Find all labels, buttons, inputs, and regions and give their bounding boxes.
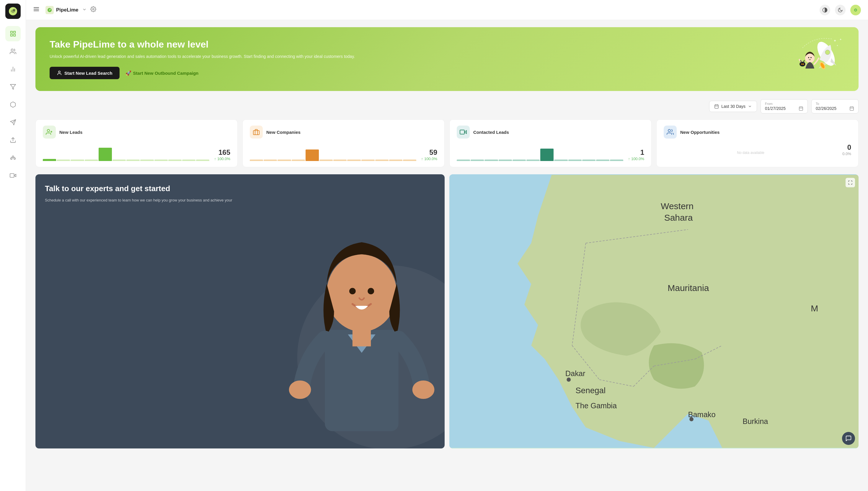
date-range-filter[interactable]: Last 30 Days	[709, 101, 757, 112]
svg-point-70	[412, 380, 435, 399]
from-date-value: 01/27/2025	[765, 106, 803, 111]
new-leads-card[interactable]: New Leads	[35, 119, 238, 167]
settings-gear-icon[interactable]	[90, 6, 96, 13]
new-leads-header: New Leads	[43, 125, 230, 139]
sidebar-item-upload[interactable]	[5, 132, 21, 148]
svg-text:✦: ✦	[836, 44, 838, 47]
contacted-leads-change: ↑ 100.0%	[628, 156, 644, 161]
svg-rect-61	[460, 130, 464, 134]
start-outbound-button[interactable]: 🚀 Start New Outbound Campaign	[125, 70, 199, 76]
new-companies-chart	[250, 143, 416, 161]
menu-icon[interactable]	[33, 6, 39, 14]
svg-point-17	[13, 158, 16, 160]
svg-text:Western: Western	[661, 201, 693, 211]
chat-button[interactable]	[842, 432, 855, 445]
new-leads-value: 165	[214, 148, 230, 156]
new-companies-chart-row: 59 ↑ 100.0%	[250, 143, 437, 161]
svg-point-38	[810, 57, 812, 58]
sidebar-item-dashboard[interactable]	[5, 26, 21, 41]
new-companies-card[interactable]: New Companies	[242, 119, 445, 167]
new-opportunities-icon	[664, 125, 677, 139]
dark-mode-icon[interactable]	[835, 5, 845, 16]
contacted-leads-label: Contacted Leads	[473, 130, 509, 135]
svg-point-7	[11, 49, 13, 51]
new-companies-header: New Companies	[250, 125, 437, 139]
to-date-input[interactable]: To 02/26/2025	[811, 99, 859, 113]
svg-text:✦: ✦	[833, 39, 836, 43]
contacted-leads-card[interactable]: Contacted Leads	[450, 119, 652, 167]
svg-point-67	[368, 288, 374, 294]
new-leads-numbers: 165 ↑ 100.0%	[214, 148, 230, 161]
theme-circle-icon[interactable]	[819, 5, 830, 16]
no-data-label: No data available	[737, 151, 764, 155]
svg-point-41	[803, 63, 804, 65]
brand-chevron[interactable]	[82, 7, 87, 13]
contacted-leads-chart	[457, 143, 623, 161]
user-avatar[interactable]	[850, 5, 861, 16]
sidebar-item-analytics[interactable]	[5, 61, 21, 77]
contacted-leads-header: Contacted Leads	[457, 125, 644, 139]
filters-row: Last 30 Days From 01/27/2025 To	[35, 99, 859, 113]
brand-icon	[45, 6, 54, 14]
calendar-filter-icon	[714, 104, 719, 109]
sidebar-item-team[interactable]	[5, 150, 21, 166]
svg-point-15	[12, 156, 14, 158]
brand[interactable]: PipeLime	[45, 6, 79, 14]
from-calendar-icon	[799, 106, 803, 111]
svg-point-40	[801, 63, 802, 65]
svg-rect-5	[13, 34, 15, 36]
svg-line-19	[14, 157, 14, 158]
svg-line-18	[11, 157, 12, 158]
main-area: PipeLime	[26, 0, 868, 491]
topbar-right	[819, 5, 861, 16]
date-filter-chevron-icon	[748, 104, 752, 109]
contacted-leads-icon	[457, 125, 470, 139]
hero-illustration: ✦ ✦ ✦	[788, 30, 847, 83]
svg-text:Dakar: Dakar	[565, 369, 585, 378]
svg-point-26	[50, 8, 51, 10]
sidebar	[0, 0, 26, 491]
svg-point-2	[13, 9, 16, 11]
sidebar-item-box[interactable]	[5, 97, 21, 112]
new-companies-label: New Companies	[266, 130, 301, 135]
sidebar-item-filter[interactable]	[5, 79, 21, 94]
no-data-area: No data available	[664, 151, 838, 156]
from-date-input[interactable]: From 01/27/2025	[761, 99, 808, 113]
brand-name: PipeLime	[56, 7, 79, 13]
sidebar-item-send[interactable]	[5, 115, 21, 130]
new-leads-label: New Leads	[59, 130, 82, 135]
topbar: PipeLime	[26, 0, 868, 20]
arrow-up-icon: ↑	[421, 156, 423, 161]
start-lead-search-button[interactable]: Start New Lead Search	[50, 67, 120, 79]
new-companies-icon	[250, 125, 263, 139]
sidebar-item-contacts[interactable]	[5, 44, 21, 59]
date-range-label: Last 30 Days	[721, 104, 745, 109]
svg-rect-60	[253, 131, 259, 135]
to-calendar-icon	[849, 106, 854, 111]
sidebar-item-bird[interactable]	[5, 168, 21, 183]
svg-rect-68	[352, 328, 371, 346]
svg-point-16	[10, 158, 12, 160]
app-logo[interactable]	[5, 4, 21, 19]
svg-rect-6	[10, 34, 12, 36]
content-area: Take PipeLime to a whole new level Unloc…	[26, 20, 868, 491]
hero-actions: Start New Lead Search 🚀 Start New Outbou…	[50, 67, 844, 79]
expert-card: Talk to our experts and get started Sche…	[35, 174, 445, 449]
new-companies-value: 59	[421, 148, 437, 156]
hero-banner: Take PipeLime to a whole new level Unloc…	[35, 27, 859, 91]
map-content: Western Sahara Mauritania Dakar Senegal …	[450, 174, 859, 449]
svg-point-62	[668, 129, 671, 132]
new-opportunities-card[interactable]: New Opportunities No data available 0 0.…	[656, 119, 859, 167]
new-opportunities-chart-row: No data available 0 0.0%	[664, 143, 851, 156]
svg-point-31	[58, 71, 60, 73]
stats-grid: New Leads	[35, 119, 859, 167]
svg-point-33	[825, 50, 830, 55]
campaign-icon: 🚀	[125, 70, 131, 76]
new-opportunities-change: 0.0%	[842, 151, 851, 156]
svg-text:✦: ✦	[839, 38, 842, 41]
expert-title: Talk to our experts and get started	[45, 184, 259, 194]
map-expand-button[interactable]	[845, 178, 855, 187]
expert-desc: Schedule a call with our experienced tea…	[45, 197, 259, 203]
to-date-value: 02/26/2025	[816, 106, 854, 111]
svg-text:The Gambia: The Gambia	[576, 402, 617, 410]
